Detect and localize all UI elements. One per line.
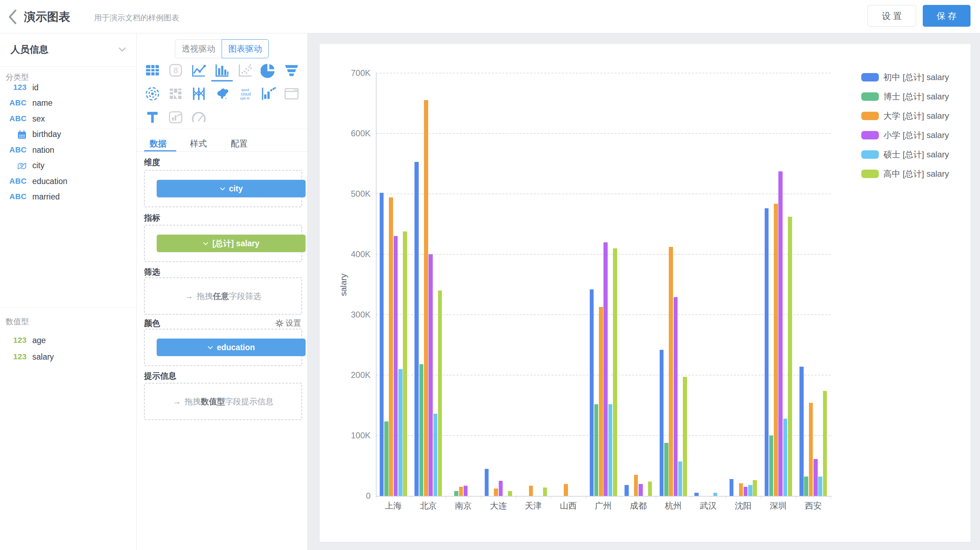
settings-button[interactable]: 设 置 <box>868 5 916 27</box>
bar-深圳-高中[interactable] <box>788 217 792 496</box>
line-chart-chart-icon[interactable] <box>191 62 207 78</box>
bar-北京-小学[interactable] <box>428 254 433 496</box>
bar-上海-硕士[interactable] <box>398 369 402 496</box>
biaxial-chart-icon[interactable] <box>168 86 183 102</box>
field-row-married[interactable]: ABC married <box>0 191 136 202</box>
legend-item-博士[interactable]: 博士 [总计] salary <box>861 91 949 102</box>
bar-北京-高中[interactable] <box>438 291 442 496</box>
bar-深圳-大学[interactable] <box>774 204 778 496</box>
metric-pill-salary[interactable]: [总计] salary <box>157 235 305 252</box>
bar-广州-小学[interactable] <box>603 242 608 496</box>
bar-杭州-大学[interactable] <box>669 247 673 496</box>
color-dropzone[interactable]: education <box>144 329 302 366</box>
tab-data[interactable]: 数据 <box>144 138 172 149</box>
bar-杭州-高中[interactable] <box>683 377 687 496</box>
media-chart-icon[interactable] <box>168 110 183 125</box>
table-chart-icon[interactable] <box>145 62 160 78</box>
web-view-chart-icon[interactable] <box>284 86 299 102</box>
bar-北京-初中[interactable] <box>414 162 419 496</box>
tooltip-dropzone[interactable]: → 拖拽数值型字段提示信息 <box>144 383 302 420</box>
bar-武汉-初中[interactable] <box>694 493 698 496</box>
bar-上海-初中[interactable] <box>380 193 384 496</box>
bar-深圳-小学[interactable] <box>778 172 783 496</box>
field-row-nation[interactable]: ABC nation <box>0 145 136 156</box>
bar-大连-初中[interactable] <box>485 469 489 496</box>
bar-沈阳-小学[interactable] <box>744 487 748 496</box>
scatter-chart-icon[interactable] <box>237 62 253 78</box>
field-row-sex[interactable]: ABC sex <box>0 113 136 124</box>
bar-杭州-小学[interactable] <box>674 297 678 496</box>
bar-大连-高中[interactable] <box>508 491 512 496</box>
bar-深圳-硕士[interactable] <box>783 419 788 496</box>
color-pill-education[interactable]: education <box>157 339 305 356</box>
legend-item-硕士[interactable]: 硕士 [总计] salary <box>861 149 949 160</box>
field-row-birthday[interactable]: birthday <box>0 129 136 140</box>
bar-山西-大学[interactable] <box>564 484 568 496</box>
bar-沈阳-高中[interactable] <box>753 480 757 496</box>
field-row-salary[interactable]: 123 salary <box>0 351 136 362</box>
bar-西安-初中[interactable] <box>799 367 804 496</box>
bar-广州-高中[interactable] <box>613 248 617 496</box>
funnel-chart-icon[interactable] <box>284 62 299 78</box>
bar-上海-小学[interactable] <box>394 236 398 496</box>
bar-上海-博士[interactable] <box>384 421 388 496</box>
bar-北京-硕士[interactable] <box>433 414 438 496</box>
text-chart-icon[interactable] <box>145 110 160 125</box>
bar-南京-小学[interactable] <box>464 486 468 496</box>
bar-西安-硕士[interactable] <box>818 477 822 496</box>
bar-西安-小学[interactable] <box>813 459 818 496</box>
field-row-id[interactable]: 123 id <box>0 82 136 93</box>
bar-成都-高中[interactable] <box>648 482 652 496</box>
radar-chart-icon[interactable] <box>145 86 160 102</box>
bar-南京-大学[interactable] <box>459 487 463 496</box>
bar-沈阳-大学[interactable] <box>739 483 743 496</box>
bar-广州-大学[interactable] <box>599 307 603 496</box>
bar-北京-博士[interactable] <box>419 364 423 496</box>
bar-北京-大学[interactable] <box>424 100 428 496</box>
bar-杭州-硕士[interactable] <box>678 461 682 496</box>
word-cloud-chart-icon[interactable]: wordcloudagile BI <box>237 86 253 102</box>
bar-南京-博士[interactable] <box>454 491 458 496</box>
mode-tab-pivot[interactable]: 透视驱动 <box>175 39 222 58</box>
bar-沈阳-初中[interactable] <box>730 479 734 496</box>
legend-item-初中[interactable]: 初中 [总计] salary <box>861 72 949 83</box>
mode-tab-chart[interactable]: 图表驱动 <box>222 39 269 58</box>
bar-成都-小学[interactable] <box>639 484 643 496</box>
metric-dropzone[interactable]: [总计] salary <box>144 225 302 262</box>
gauge-chart-icon[interactable] <box>191 110 207 125</box>
field-row-name[interactable]: ABC name <box>0 97 136 108</box>
pivot-8-chart-icon[interactable]: 8 <box>168 62 183 78</box>
bar-深圳-博士[interactable] <box>769 436 773 496</box>
pie-chart-chart-icon[interactable] <box>261 62 276 78</box>
legend-item-小学[interactable]: 小学 [总计] salary <box>861 130 949 141</box>
parallel-chart-icon[interactable] <box>191 86 207 102</box>
bar-广州-博士[interactable] <box>594 404 598 496</box>
bar-西安-博士[interactable] <box>804 477 808 496</box>
bar-天津-高中[interactable] <box>543 488 547 496</box>
dataset-header[interactable]: 人员信息 <box>0 33 136 67</box>
dimension-pill-city[interactable]: city <box>157 180 305 197</box>
save-button[interactable]: 保 存 <box>923 5 970 27</box>
color-settings-link[interactable]: 设置 <box>275 318 301 328</box>
field-row-education[interactable]: ABC education <box>0 176 136 187</box>
bar-深圳-初中[interactable] <box>765 208 769 496</box>
filter-dropzone[interactable]: → 拖拽任意字段筛选 <box>144 277 302 315</box>
bar-成都-大学[interactable] <box>634 475 638 496</box>
bar-杭州-博士[interactable] <box>664 443 668 496</box>
tab-style[interactable]: 样式 <box>185 138 213 149</box>
bar-武汉-硕士[interactable] <box>713 493 718 496</box>
bar-广州-硕士[interactable] <box>608 404 612 496</box>
bar-杭州-初中[interactable] <box>660 350 664 496</box>
field-row-city[interactable]: city <box>0 160 136 171</box>
china-map-chart-icon[interactable] <box>214 86 230 102</box>
bar-沈阳-硕士[interactable] <box>748 485 752 496</box>
bar-西安-大学[interactable] <box>809 403 813 496</box>
bar-广州-初中[interactable] <box>590 289 594 496</box>
bar-天津-大学[interactable] <box>529 486 533 496</box>
bar-chart-chart-icon[interactable] <box>214 62 230 78</box>
bar-大连-大学[interactable] <box>494 488 498 496</box>
dimension-dropzone[interactable]: city <box>144 170 302 207</box>
field-row-age[interactable]: 123 age <box>0 335 136 346</box>
bar-大连-小学[interactable] <box>499 481 503 496</box>
back-button[interactable] <box>8 9 18 25</box>
